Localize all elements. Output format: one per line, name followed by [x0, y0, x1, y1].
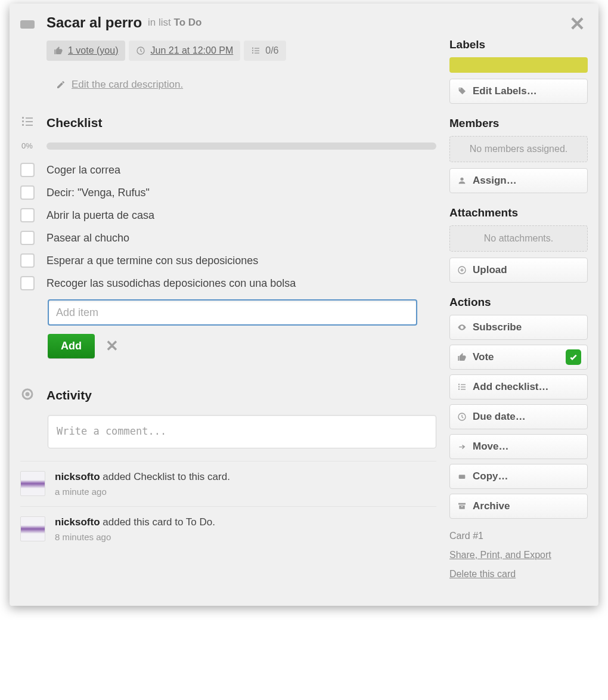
no-members: No members assigned. [449, 136, 588, 162]
checkbox[interactable] [20, 253, 35, 268]
checkbox[interactable] [20, 208, 35, 222]
checklist-item-label[interactable]: Recoger las susodichas deposiciones con … [46, 277, 296, 290]
close-icon[interactable]: ✕ [569, 14, 585, 33]
progress-percent: 0% [20, 141, 46, 150]
activity-title: Activity [46, 388, 92, 402]
subscribe-button[interactable]: Subscribe [449, 315, 588, 340]
checklist-progress: 0% [20, 141, 436, 150]
checklist-item-label[interactable]: Decir: "Venga, Rufus" [46, 187, 150, 199]
move-button[interactable]: Move… [449, 434, 588, 459]
checkbox[interactable] [20, 185, 35, 200]
checklist-item: Abrir la puerta de casa [20, 204, 436, 227]
checklist-section-header: Checklist [20, 114, 436, 131]
svg-rect-5 [255, 50, 259, 51]
vote-button[interactable]: Vote [449, 345, 588, 370]
due-date-button[interactable]: Due date… [449, 404, 588, 429]
due-date-badge[interactable]: Jun 21 at 12:00 PM [129, 41, 240, 61]
cancel-icon[interactable]: ✕ [106, 337, 119, 355]
list-icon [20, 114, 35, 131]
comment-input[interactable] [48, 415, 436, 448]
vote-label: Vote [473, 351, 494, 363]
svg-rect-2 [252, 50, 253, 51]
svg-rect-16 [458, 384, 460, 385]
votes-text: 1 vote (you) [68, 45, 118, 56]
labels-heading: Labels [449, 38, 588, 51]
assign-button[interactable]: Assign… [449, 168, 588, 193]
card-icon [20, 20, 35, 29]
upload-button[interactable]: Upload [449, 258, 588, 283]
tag-icon [457, 86, 467, 96]
svg-rect-23 [459, 475, 466, 479]
plus-circle-icon [457, 265, 467, 275]
card-number: Card #1 [449, 531, 588, 541]
checkbox[interactable] [20, 276, 35, 290]
in-list-prefix: in list [148, 17, 171, 28]
label-strip[interactable] [449, 57, 588, 73]
move-label: Move… [473, 441, 508, 453]
activity-user[interactable]: nicksofto [55, 516, 100, 528]
add-button[interactable]: Add [48, 334, 95, 358]
avatar[interactable] [20, 516, 45, 541]
user-icon [457, 176, 467, 185]
checkbox[interactable] [20, 231, 35, 245]
svg-rect-3 [252, 52, 253, 54]
activity-action: added Checklist to this card. [103, 471, 230, 482]
thumb-up-icon [54, 46, 63, 55]
clock-icon [457, 412, 467, 422]
checklist-item: Esperar a que termine con sus deposicion… [20, 249, 436, 272]
checklist-item: Pasear al chucho [20, 227, 436, 249]
checklist-item: Decir: "Venga, Rufus" [20, 181, 436, 204]
votes-badge[interactable]: 1 vote (you) [46, 41, 125, 61]
share-link[interactable]: Share, Print, and Export [449, 550, 588, 560]
copy-button[interactable]: Copy… [449, 464, 588, 489]
svg-rect-21 [461, 389, 466, 389]
delete-link[interactable]: Delete this card [449, 569, 588, 580]
edit-labels-label: Edit Labels… [473, 85, 537, 97]
edit-description-link[interactable]: Edit the card description. [56, 79, 436, 91]
checklist-item-label[interactable]: Esperar a que termine con sus deposicion… [46, 255, 258, 267]
svg-rect-7 [22, 117, 24, 119]
in-list-name[interactable]: To Do [174, 17, 202, 28]
activity-text: nicksofto added this card to To Do. 8 mi… [55, 516, 215, 542]
eye-icon [457, 323, 467, 332]
svg-rect-25 [461, 506, 463, 507]
activity-time: a minute ago [55, 487, 230, 497]
copy-label: Copy… [473, 470, 508, 482]
checklist-item-label[interactable]: Abrir la puerta de casa [46, 209, 154, 222]
checklist-icon [457, 382, 467, 392]
svg-rect-12 [26, 125, 33, 126]
activity-line: nicksofto added Checklist to this card. [55, 471, 230, 483]
activity-item: nicksofto added this card to To Do. 8 mi… [20, 506, 436, 552]
activity-icon [20, 387, 35, 403]
card-title[interactable]: Sacar al perro [46, 14, 142, 31]
card-main: Sacar al perro in list To Do 1 vote (you… [20, 14, 449, 552]
actions-heading: Actions [449, 296, 588, 309]
svg-rect-18 [458, 389, 460, 390]
assign-label: Assign… [473, 175, 517, 187]
checkbox[interactable] [20, 163, 35, 177]
activity-user[interactable]: nicksofto [55, 471, 100, 482]
activity-time: 8 minutes ago [55, 532, 215, 542]
checklist-item-label[interactable]: Pasear al chucho [46, 232, 129, 244]
comment-box [48, 415, 436, 450]
card-sidebar: Labels Edit Labels… Members No members a… [449, 14, 588, 588]
svg-rect-20 [461, 386, 466, 387]
activity-line: nicksofto added this card to To Do. [55, 516, 215, 528]
subscribe-label: Subscribe [473, 321, 522, 333]
attachments-heading: Attachments [449, 206, 588, 219]
avatar[interactable] [20, 471, 45, 496]
edit-labels-button[interactable]: Edit Labels… [449, 79, 588, 104]
card-meta: Card #1 Share, Print, and Export Delete … [449, 531, 588, 580]
svg-rect-4 [255, 48, 259, 48]
checklist-item-label[interactable]: Coger la correa [46, 164, 120, 176]
card-in-list: in list To Do [148, 17, 201, 29]
checklist-title: Checklist [46, 116, 102, 130]
archive-button[interactable]: Archive [449, 494, 588, 519]
checklist-item: Recoger las susodichas deposiciones con … [20, 272, 436, 295]
svg-rect-19 [461, 384, 466, 385]
add-checklist-button[interactable]: Add checklist… [449, 374, 588, 399]
add-item-input[interactable] [48, 299, 417, 326]
activity-item: nicksofto added Checklist to this card. … [20, 461, 436, 506]
thumb-up-icon [457, 352, 467, 362]
checklist-badge[interactable]: 0/6 [244, 41, 286, 61]
